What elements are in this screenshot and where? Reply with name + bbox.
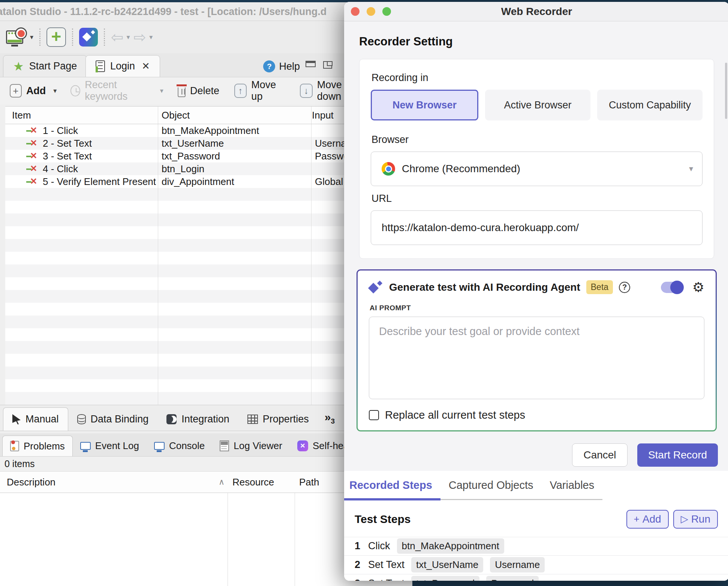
maximize-pane-icon[interactable]: [323, 61, 332, 69]
mode-new-browser[interactable]: New Browser: [371, 90, 478, 120]
beta-badge: Beta: [586, 280, 613, 294]
run-icon: ▷: [681, 513, 688, 525]
add-step-label[interactable]: Add: [26, 85, 46, 97]
problems-icon: [10, 441, 19, 451]
bottom-tab-log-viewer[interactable]: Log Viewer: [212, 436, 290, 456]
view-tab-data-binding[interactable]: Data Binding: [68, 407, 158, 431]
cell-item[interactable]: 2 - Set Text: [43, 138, 92, 149]
forward-arrow-icon[interactable]: ⇨: [134, 30, 147, 45]
help-icon: ?: [263, 60, 275, 72]
move-down-button[interactable]: ↓: [300, 84, 313, 98]
tab-captured-objects[interactable]: Captured Objects: [440, 471, 542, 499]
dialog-lower-panel: Recorded Steps Captured Objects Variable…: [344, 471, 728, 581]
delete-label[interactable]: Delete: [190, 85, 219, 97]
back-dropdown-caret[interactable]: ▾: [127, 33, 130, 41]
tab-variables[interactable]: Variables: [541, 471, 602, 499]
ai-prompt-placeholder: Describe your test goal or provide conte…: [379, 325, 580, 337]
view-tab-manual-label: Manual: [25, 413, 59, 425]
cell-item[interactable]: 1 - Click: [43, 125, 78, 137]
forward-dropdown-caret[interactable]: ▾: [149, 33, 153, 41]
column-header-item[interactable]: Item: [5, 110, 158, 121]
view-tab-manual[interactable]: Manual: [3, 407, 68, 431]
bottom-tab-console[interactable]: Console: [147, 436, 212, 456]
step-chip[interactable]: Password: [486, 576, 539, 581]
move-up-button[interactable]: ↑: [234, 84, 247, 98]
zoom-window-button[interactable]: [382, 7, 391, 16]
ai-sparkle-icon: [369, 281, 383, 294]
cell-object[interactable]: btn_MakeAppointment: [158, 125, 308, 137]
katalon-ai-button[interactable]: [79, 28, 98, 47]
move-up-label[interactable]: Move up: [251, 79, 285, 102]
column-divider[interactable]: [311, 107, 312, 124]
recorded-step-row[interactable]: 3Set Texttxt_PasswordPassword: [344, 574, 728, 581]
column-header-description[interactable]: Description: [7, 476, 55, 488]
mode-custom-capability[interactable]: Custom Capability: [597, 90, 703, 120]
mode-active-browser[interactable]: Active Browser: [485, 90, 590, 120]
step-chip[interactable]: txt_Password: [411, 576, 479, 581]
test-steps-heading: Test Steps: [355, 513, 411, 526]
help-label: Help: [279, 61, 300, 72]
column-divider: [311, 124, 312, 405]
cancel-button[interactable]: Cancel: [572, 443, 628, 467]
recording-mode-group: New Browser Active Browser Custom Capabi…: [371, 90, 703, 120]
minimize-pane-icon[interactable]: [306, 61, 316, 67]
close-icon[interactable]: ✕: [142, 60, 150, 72]
add-step-icon[interactable]: +: [10, 84, 22, 98]
replace-steps-checkbox[interactable]: [369, 410, 379, 420]
new-item-button[interactable]: +: [46, 27, 66, 47]
step-chip[interactable]: txt_UserName: [411, 557, 483, 572]
cell-object[interactable]: txt_UserName: [158, 138, 308, 149]
ai-prompt-textarea[interactable]: Describe your test goal or provide conte…: [369, 317, 704, 399]
column-header-path[interactable]: Path: [299, 476, 319, 488]
run-test-steps-button[interactable]: ▷ Run: [673, 510, 718, 529]
step-chip[interactable]: Username: [490, 557, 545, 572]
cell-object[interactable]: txt_Password: [158, 150, 308, 162]
record-dropdown-caret[interactable]: ▾: [30, 33, 33, 41]
gear-icon[interactable]: ⚙: [692, 281, 704, 294]
start-record-button[interactable]: Start Record: [637, 443, 718, 467]
bottom-tab-event-log[interactable]: Event Log: [73, 436, 147, 456]
tab-start-page[interactable]: ★ Start Page: [3, 55, 87, 77]
add-test-step-button[interactable]: + Add: [626, 510, 669, 529]
column-divider[interactable]: [158, 107, 158, 124]
close-window-button[interactable]: [351, 7, 360, 16]
cell-item[interactable]: 4 - Click: [43, 163, 78, 175]
dialog-body: Recorder Setting Recording in New Browse…: [344, 21, 728, 581]
recorded-step-row[interactable]: 2Set Texttxt_UserNameUsername: [344, 556, 728, 574]
bottom-tab-problems[interactable]: Problems: [2, 436, 73, 456]
view-tabs-overflow[interactable]: »3: [325, 411, 335, 431]
view-tab-integration[interactable]: Integration: [157, 407, 238, 431]
url-input[interactable]: https://katalon-demo-cura.herokuapp.com/: [371, 210, 703, 245]
toolbar-separator: [39, 29, 40, 46]
view-tab-properties-label: Properties: [263, 413, 309, 425]
recent-keywords-icon: [70, 85, 81, 96]
step-chip[interactable]: btn_MakeAppointment: [397, 538, 504, 554]
record-web-icon[interactable]: [6, 27, 27, 47]
column-divider: [295, 493, 295, 586]
tab-recorded-steps[interactable]: Recorded Steps: [344, 471, 440, 500]
toolbar-separator: [72, 29, 73, 46]
scrollbar-thumb[interactable]: [725, 63, 727, 119]
cell-object[interactable]: div_Appointment: [158, 176, 308, 188]
cell-object[interactable]: btn_Login: [158, 163, 308, 175]
view-tab-properties[interactable]: Properties: [238, 407, 318, 431]
minimize-window-button[interactable]: [367, 7, 375, 16]
column-header-resource[interactable]: Resource: [232, 476, 274, 488]
cell-input[interactable]: Global: [311, 176, 343, 188]
tab-login[interactable]: Login ✕: [85, 55, 160, 77]
ai-toggle[interactable]: [661, 282, 683, 293]
back-arrow-icon[interactable]: ⇦: [111, 30, 124, 45]
add-dropdown-caret[interactable]: ▾: [53, 87, 57, 95]
question-icon[interactable]: ?: [619, 282, 630, 293]
recorder-setting-heading: Recorder Setting: [359, 35, 728, 48]
help-button[interactable]: ? Help: [263, 60, 300, 72]
recorded-step-row[interactable]: 1Clickbtn_MakeAppointment: [344, 537, 728, 556]
sort-asc-icon[interactable]: ∧: [219, 477, 225, 487]
cell-item[interactable]: 5 - Verify Element Present: [43, 176, 156, 188]
column-header-object[interactable]: Object: [158, 110, 308, 121]
browser-select[interactable]: Chrome (Recommended) ▾: [371, 152, 703, 186]
delete-icon[interactable]: [178, 87, 186, 97]
cell-item[interactable]: 3 - Set Text: [43, 150, 92, 162]
dialog-title: Web Recorder: [501, 6, 572, 18]
plus-icon: +: [634, 513, 640, 525]
